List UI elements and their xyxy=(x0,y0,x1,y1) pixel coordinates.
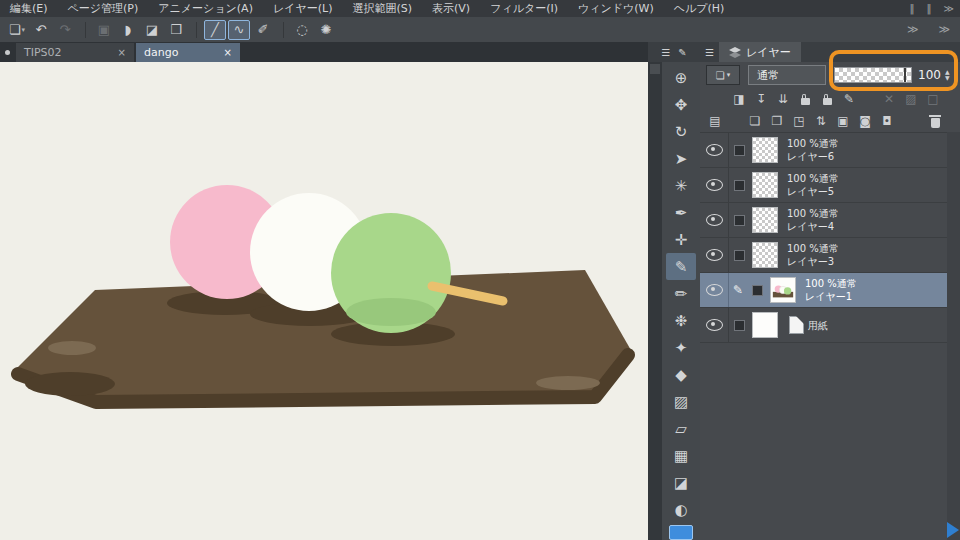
close-icon[interactable]: × xyxy=(118,47,126,58)
layer-row[interactable]: 100 %通常 レイヤー3 xyxy=(700,238,960,273)
draft-layer-icon[interactable]: ✎ xyxy=(838,92,860,106)
layer-checkbox[interactable] xyxy=(747,285,767,296)
toolbar-overflow-icon[interactable]: ≫ xyxy=(897,23,929,36)
transfer-image-icon[interactable]: ⇅ xyxy=(810,114,832,128)
gradient-tool[interactable]: ▨ xyxy=(666,388,696,415)
layer-row-paper[interactable]: 用紙 xyxy=(700,308,960,343)
layer-visibility-eye-icon[interactable] xyxy=(700,308,729,342)
layer-visibility-eye-icon[interactable] xyxy=(700,273,729,307)
merge-down-icon[interactable]: ⇊ xyxy=(772,92,794,106)
layer-checkbox[interactable] xyxy=(729,215,749,226)
tab-layers[interactable]: レイヤー xyxy=(719,42,801,62)
canvas-vertical-scrollbar[interactable] xyxy=(648,62,662,540)
snap-special-ruler-button[interactable]: ✐ xyxy=(252,20,274,40)
layer-checkbox[interactable] xyxy=(729,180,749,191)
menu-animation[interactable]: アニメーション(A) xyxy=(148,1,263,16)
toolbar-overflow-icon[interactable]: ≫ xyxy=(928,23,960,36)
layer-visibility-eye-icon[interactable] xyxy=(700,133,729,167)
layer-row-selected[interactable]: ✎ 100 %通常 レイヤー1 xyxy=(700,273,960,308)
frame-border-tool[interactable]: ▦ xyxy=(666,442,696,469)
stepper-down-icon[interactable]: ▼ xyxy=(945,75,950,81)
decoration-tool[interactable]: ❉ xyxy=(666,307,696,334)
layer-mask-icon[interactable]: ◙ xyxy=(854,114,876,128)
opacity-slider-handle[interactable] xyxy=(904,68,906,82)
snapshot-button[interactable]: ▣ xyxy=(93,20,115,40)
layer-checkbox[interactable] xyxy=(729,145,749,156)
fill-button[interactable]: ◗ xyxy=(117,20,139,40)
operation-tool[interactable]: ➤ xyxy=(666,145,696,172)
eraser-button[interactable]: ◪ xyxy=(141,20,163,40)
snap-curve-ruler-button[interactable]: ∿ xyxy=(228,20,250,40)
effect-button[interactable]: ✺ xyxy=(315,20,337,40)
canvas-area[interactable] xyxy=(0,62,648,540)
layer-color-icon[interactable]: ✕ xyxy=(878,92,900,106)
figure-tool[interactable]: ▱ xyxy=(666,415,696,442)
opacity-value[interactable]: 100 xyxy=(918,68,941,82)
tab-dango[interactable]: dango × xyxy=(136,43,240,62)
layer-visibility-eye-icon[interactable] xyxy=(700,203,729,237)
menu-page-manage[interactable]: ページ管理(P) xyxy=(58,1,149,16)
layer-thumbnail[interactable] xyxy=(749,242,781,268)
transfer-down-icon[interactable]: ↧ xyxy=(750,92,772,106)
blend-tool[interactable]: ◐ xyxy=(666,496,696,523)
tab-tips02[interactable]: TIPS02 × xyxy=(16,43,134,62)
lock-transparent-icon[interactable] xyxy=(816,94,838,105)
airbrush-tool[interactable]: ✦ xyxy=(666,334,696,361)
layer-checkbox[interactable] xyxy=(729,320,749,331)
tool-preset-button[interactable]: ❏ ▾ xyxy=(6,20,28,40)
reference-layer-icon[interactable]: □ xyxy=(922,92,944,106)
selection-launcher-button[interactable]: ◌ xyxy=(291,20,313,40)
menu-selection[interactable]: 選択範囲(S) xyxy=(342,1,422,16)
zoom-tool[interactable]: ⊕ xyxy=(666,64,696,91)
eyedropper-tool[interactable]: ✒ xyxy=(666,199,696,226)
layer-row[interactable]: 100 %通常 レイヤー4 xyxy=(700,203,960,238)
panel-menu-icon[interactable]: ☰ xyxy=(700,42,719,62)
layer-thumbnail[interactable] xyxy=(749,207,781,233)
snap-straight-ruler-button[interactable]: ╱ xyxy=(204,20,226,40)
fill-tool[interactable]: ◆ xyxy=(666,361,696,388)
layer-visibility-eye-icon[interactable] xyxy=(700,238,729,272)
delete-layer-icon[interactable] xyxy=(924,115,946,128)
palette-dock-icon[interactable]: ▤ xyxy=(704,114,726,128)
lock-layer-icon[interactable] xyxy=(794,94,816,105)
new-folder-icon[interactable]: ◳ xyxy=(788,114,810,128)
tab-pin-icon[interactable] xyxy=(5,50,10,55)
menubar-overflow-icon[interactable]: ≫ xyxy=(938,3,960,14)
menu-help[interactable]: ヘルプ(H) xyxy=(664,1,735,16)
auto-select-tool[interactable]: ✳ xyxy=(666,172,696,199)
eraser-tool[interactable]: ◪ xyxy=(666,469,696,496)
panel-expand-arrow-icon[interactable] xyxy=(947,522,959,538)
layer-move-tool[interactable]: ✛ xyxy=(666,226,696,253)
redo-button[interactable]: ↷ xyxy=(54,20,76,40)
duplicate-layer-icon[interactable]: ▣ xyxy=(832,114,854,128)
close-icon[interactable]: × xyxy=(224,47,232,58)
move-view-hand-tool[interactable]: ✥ xyxy=(666,91,696,118)
layer-palette-option-button[interactable]: ❏ ▾ xyxy=(706,65,740,85)
primary-color-swatch[interactable] xyxy=(669,525,693,540)
scrollbar-nub[interactable] xyxy=(650,64,660,74)
layer-thumbnail[interactable] xyxy=(749,312,781,338)
layer-thumbnail[interactable] xyxy=(749,172,781,198)
layer-visibility-eye-icon[interactable] xyxy=(700,168,729,202)
clip-below-icon[interactable]: ◨ xyxy=(728,92,750,106)
rotate-view-tool[interactable]: ↻ xyxy=(666,118,696,145)
layer-row[interactable]: 100 %通常 レイヤー5 xyxy=(700,168,960,203)
palette-menu-icon[interactable]: ☰ xyxy=(661,47,670,58)
menu-filter[interactable]: フィルター(I) xyxy=(480,1,568,16)
menu-layer[interactable]: レイヤー(L) xyxy=(263,1,343,16)
palette-pen-icon[interactable]: ✎ xyxy=(678,47,686,58)
opacity-slider[interactable] xyxy=(834,67,912,83)
tone-icon[interactable]: ▨ xyxy=(900,92,922,106)
layer-thumbnail[interactable] xyxy=(749,137,781,163)
new-vector-layer-icon[interactable]: ❐ xyxy=(766,114,788,128)
new-raster-layer-icon[interactable]: ❏ xyxy=(744,114,766,128)
menu-window[interactable]: ウィンドウ(W) xyxy=(568,1,664,16)
menu-view[interactable]: 表示(V) xyxy=(422,1,480,16)
pencil-tool[interactable]: ✏ xyxy=(666,280,696,307)
layer-thumbnail[interactable] xyxy=(767,277,799,303)
undo-button[interactable]: ↶ xyxy=(30,20,52,40)
opacity-stepper[interactable]: ▲ ▼ xyxy=(945,69,950,81)
layer-list-scrollbar[interactable] xyxy=(947,132,960,540)
blend-mode-select[interactable]: 通常 xyxy=(748,65,826,85)
layer-row[interactable]: 100 %通常 レイヤー6 xyxy=(700,133,960,168)
